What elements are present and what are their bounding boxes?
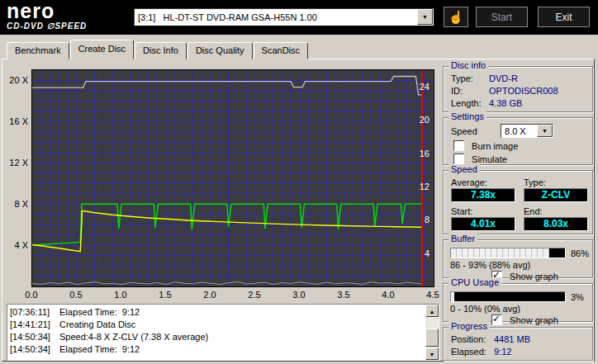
exit-button[interactable]: Exit (538, 7, 590, 27)
scroll-up-button[interactable]: ▲ (425, 305, 439, 317)
right-axis-tick: 20 (420, 115, 430, 125)
event-log: [07:36:11]Elapsed Time: 9:12[14:41:21]Cr… (7, 304, 439, 361)
disc-id-label: ID: (451, 85, 489, 97)
disc-info-title: Disc info (448, 60, 488, 70)
event-log-lines: [07:36:11]Elapsed Time: 9:12[14:41:21]Cr… (10, 306, 424, 358)
hand-icon: ☝ (448, 10, 464, 24)
buffer-percent: 86% (571, 248, 589, 258)
nero-cd-dvd-speed-window: nero CD-DVD ∅SPEED [3:1] HL-DT-ST DVD-RA… (0, 0, 598, 364)
chevron-down-icon: ▼ (542, 125, 548, 137)
average-speed-value: 7.38x (451, 188, 515, 202)
buffer-group: Buffer 86% 86 - 93% (88% avg) Show graph (443, 239, 593, 278)
tab-disc-info[interactable]: Disc Info (135, 42, 187, 59)
speed-label: Speed (451, 125, 489, 137)
scroll-down-button[interactable]: ▼ (425, 347, 439, 360)
progress-group: Progress Position:4481 MB Elapsed:9:12 (443, 327, 593, 361)
buffer-title: Buffer (448, 234, 477, 243)
x-axis-tick: 1.5 (155, 290, 175, 300)
end-speed-value: 8.03x (524, 217, 588, 231)
x-axis-tick: 4.5 (423, 290, 443, 300)
x-axis-tick: 1.0 (111, 290, 131, 300)
header-bar: nero CD-DVD ∅SPEED [3:1] HL-DT-ST DVD-RA… (0, 0, 598, 35)
tab-disc-quality[interactable]: Disc Quality (187, 42, 253, 59)
chart-canvas (32, 70, 434, 286)
disc-length-value: 4.38 GB (489, 97, 522, 109)
tab-benchmark[interactable]: Benchmark (7, 42, 69, 59)
log-line: [07:36:11]Elapsed Time: 9:12 (10, 306, 424, 319)
settings-group: Settings Speed 8.0 X ▼ Burn image Simula… (443, 117, 593, 165)
position-value: 4481 MB (494, 333, 530, 345)
speed-select-combobox[interactable]: 8.0 X ▼ (501, 124, 553, 138)
x-axis-tick: 0.0 (21, 290, 41, 300)
left-axis-tick: 16 X (3, 116, 28, 126)
speed-title: Speed (448, 164, 480, 174)
disc-id-value: OPTODISCR008 (489, 85, 558, 97)
average-label: Average: (451, 177, 517, 187)
end-speed-label: End: (524, 206, 590, 216)
start-button[interactable]: Start (476, 7, 528, 27)
disc-info-group: Disc info Type:DVD-R ID:OPTODISCR008 Len… (443, 66, 593, 112)
cpu-progress-bar (450, 291, 566, 302)
elapsed-value: 9:12 (494, 346, 511, 357)
right-axis-tick: 12 (420, 182, 430, 191)
left-axis-tick: 12 X (3, 158, 28, 168)
scroll-thumb[interactable] (425, 329, 439, 347)
burn-image-checkbox[interactable] (453, 140, 464, 151)
speed-group: Speed Average: Type: 7.38x Z-CLV Start: … (443, 170, 593, 234)
chart-left-axis-labels: 20 X16 X12 X8 X4 X (3, 70, 28, 286)
speed-select-dropdown-button[interactable]: ▼ (537, 125, 553, 137)
log-line: [14:50:34]Elapsed Time: 9:12 (10, 343, 424, 356)
chevron-down-icon: ▼ (422, 14, 428, 20)
drive-select-dropdown-button[interactable]: ▼ (417, 9, 433, 25)
position-label: Position: (451, 333, 494, 345)
simulate-checkbox[interactable] (453, 154, 464, 164)
drive-select-combobox[interactable]: [3:1] HL-DT-ST DVD-RAM GSA-H55N 1.00 ▼ (134, 8, 434, 26)
right-axis-tick: 4 (425, 248, 430, 258)
start-speed-value: 4.01x (451, 217, 515, 231)
write-speed-chart: 2420161284 (31, 69, 434, 287)
hand-tool-button[interactable]: ☝ (444, 7, 468, 27)
right-axis-tick: 24 (420, 82, 430, 92)
left-axis-tick: 8 X (3, 199, 28, 209)
simulate-label: Simulate (472, 154, 507, 164)
disc-type-value: DVD-R (489, 73, 518, 84)
type-label: Type: (524, 177, 590, 187)
x-axis-tick: 2.0 (200, 290, 220, 300)
elapsed-label: Elapsed: (451, 346, 494, 357)
left-axis-tick: 4 X (3, 240, 28, 250)
disc-length-label: Length: (451, 97, 489, 109)
cpu-progress-fill (451, 292, 454, 301)
left-axis-tick: 20 X (3, 75, 28, 85)
drive-select-value: [3:1] HL-DT-ST DVD-RAM GSA-H55N 1.00 (135, 12, 317, 22)
nero-logo-text: nero (7, 1, 87, 21)
disc-type-label: Type: (451, 73, 489, 84)
x-axis-tick: 3.0 (289, 290, 309, 300)
x-axis-tick: 4.0 (378, 290, 398, 300)
cpu-percent: 3% (571, 292, 584, 302)
buffer-progress-fill (451, 248, 549, 258)
speed-type-value: Z-CLV (524, 188, 588, 202)
tab-create-disc[interactable]: Create Disc (70, 40, 134, 59)
log-line: [14:41:21]Creating Data Disc (10, 319, 424, 331)
settings-title: Settings (448, 111, 486, 121)
nero-logo: nero CD-DVD ∅SPEED (7, 1, 87, 31)
x-axis-tick: 3.5 (334, 290, 354, 300)
cpu-range-text: 0 - 10% (0% avg) (444, 302, 592, 314)
cpu-show-graph-label: Show graph (510, 315, 558, 325)
tab-scandisc[interactable]: ScanDisc (254, 42, 308, 59)
buffer-progress-bar (450, 248, 566, 258)
buffer-range-text: 86 - 93% (88% avg) (444, 258, 592, 271)
right-axis-tick: 8 (425, 215, 430, 225)
log-line: [14:50:34]Speed:4-8 X Z-CLV (7.38 X aver… (10, 331, 424, 343)
cpu-usage-title: CPU Usage (448, 277, 501, 287)
x-axis-tick: 0.5 (66, 290, 86, 300)
progress-title: Progress (448, 321, 490, 331)
burn-image-label: Burn image (472, 141, 518, 151)
tab-bar: BenchmarkCreate DiscDisc InfoDisc Qualit… (7, 41, 309, 59)
log-scrollbar[interactable]: ▲ ▼ (425, 305, 439, 360)
cpu-show-graph-checkbox[interactable] (491, 314, 502, 325)
cpu-usage-group: CPU Usage 3% 0 - 10% (0% avg) Show graph (443, 283, 593, 322)
right-axis-tick: 16 (420, 149, 430, 158)
x-axis-tick: 2.5 (244, 290, 264, 300)
cd-dvd-speed-logo-text: CD-DVD ∅SPEED (7, 22, 87, 31)
